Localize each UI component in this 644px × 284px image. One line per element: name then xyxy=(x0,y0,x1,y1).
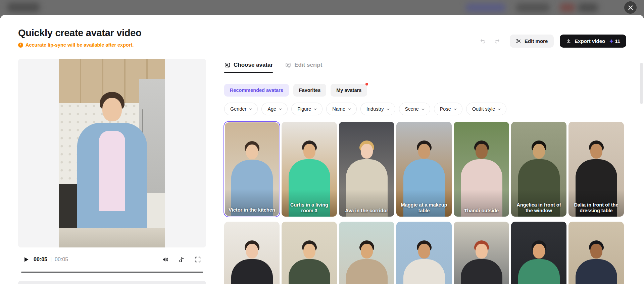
avatar-card[interactable]: Thandi outside xyxy=(454,122,509,217)
avatar-card-label: Curtis in a living room 3 xyxy=(282,202,337,214)
filter-label: Scene xyxy=(405,106,419,112)
filter-dropdown[interactable]: Gender xyxy=(224,103,258,115)
pill-recommended-avatars[interactable]: Recommended avatars xyxy=(224,84,289,97)
export-video-button[interactable]: Export video 11 xyxy=(560,35,626,48)
filter-label: Outfit style xyxy=(472,106,495,112)
avatar-figure-tshirt xyxy=(99,131,125,211)
app-logo xyxy=(7,3,40,12)
scissors-icon xyxy=(516,38,522,44)
background-button-blur-1 xyxy=(466,3,505,12)
chevron-down-icon xyxy=(421,107,425,111)
avatar-thumbnail xyxy=(339,222,394,284)
avatar-card[interactable] xyxy=(511,222,566,284)
play-button[interactable] xyxy=(21,255,31,264)
video-preview-panel xyxy=(18,59,206,247)
pill-recommended-label: Recommended avatars xyxy=(230,88,283,93)
tab-choose-avatar-label: Choose avatar xyxy=(234,62,273,68)
avatar-person-head xyxy=(590,144,602,159)
avatar-person-body xyxy=(403,259,445,284)
avatar-person-body xyxy=(346,259,388,284)
edit-more-button[interactable]: Edit more xyxy=(510,35,554,48)
chevron-down-icon xyxy=(248,107,253,111)
filter-label: Age xyxy=(267,106,276,112)
avatar-thumbnail xyxy=(224,222,280,284)
timeline-stub xyxy=(18,281,206,284)
chevron-down-icon xyxy=(278,107,283,111)
avatar-card[interactable] xyxy=(396,222,452,284)
avatar-card[interactable]: Dalia in front of the dressing table xyxy=(568,122,624,217)
avatar-person-head xyxy=(246,145,258,159)
avatar-card[interactable]: Maggie at a makeup table xyxy=(396,122,452,217)
avatar-thumbnail xyxy=(396,222,452,284)
fullscreen-icon xyxy=(194,256,201,263)
header-actions: Edit more Export video 11 xyxy=(479,35,626,48)
avatar-card[interactable]: Victor in the kitchen xyxy=(224,122,280,217)
filter-label: Pose xyxy=(440,106,451,112)
mode-tabs: Choose avatar Edit script xyxy=(224,62,322,73)
avatar-card[interactable] xyxy=(224,222,280,284)
pill-my-avatars[interactable]: My avatars xyxy=(331,84,367,97)
filter-label: Figure xyxy=(297,106,311,112)
background-button-blur-4 xyxy=(578,3,598,12)
time-display: 00:05 | 00:05 xyxy=(34,257,68,263)
avatar-thumbnail xyxy=(282,222,337,284)
chevron-down-icon xyxy=(386,107,390,111)
filter-dropdown[interactable]: Age xyxy=(261,103,288,115)
avatar-person-head xyxy=(590,244,602,259)
volume-button[interactable] xyxy=(162,256,169,263)
close-button[interactable] xyxy=(624,1,637,14)
avatar-person-head xyxy=(476,144,488,159)
volume-icon xyxy=(162,256,169,263)
notification-dot xyxy=(365,83,368,86)
redo-button[interactable] xyxy=(493,37,501,45)
avatar-category-pills: Recommended avatars Favorites My avatars xyxy=(224,84,367,97)
avatar-person-head xyxy=(476,244,488,259)
time-separator: | xyxy=(50,257,52,263)
video-preview[interactable] xyxy=(59,59,165,247)
tab-edit-script[interactable]: Edit script xyxy=(285,62,322,73)
avatar-card[interactable] xyxy=(568,222,624,284)
chevron-down-icon xyxy=(347,107,352,111)
filter-dropdown[interactable]: Industry xyxy=(360,103,395,115)
pill-favorites[interactable]: Favorites xyxy=(293,84,326,97)
filter-dropdown[interactable]: Outfit style xyxy=(466,103,507,115)
tab-choose-avatar[interactable]: Choose avatar xyxy=(224,62,273,73)
chevron-down-icon xyxy=(453,107,457,111)
avatar-card[interactable]: Angelica in front of the window xyxy=(511,122,566,217)
filter-dropdown[interactable]: Name xyxy=(326,103,357,115)
edit-more-label: Edit more xyxy=(525,38,548,44)
total-time: 00:05 xyxy=(55,257,68,263)
credit-cost: 11 xyxy=(609,38,620,44)
avatar-person-head xyxy=(418,144,430,159)
filter-dropdown[interactable]: Figure xyxy=(291,103,323,115)
avatar-grid: Victor in the kitchen Curtis in a living… xyxy=(224,122,626,284)
avatar-card[interactable]: Ava in the corridor xyxy=(339,122,394,217)
spark-icon xyxy=(609,39,614,44)
download-icon xyxy=(566,38,572,44)
playback-progress-bar[interactable] xyxy=(21,272,203,273)
background-button-blur-3 xyxy=(560,3,575,12)
avatar-person-body xyxy=(518,259,560,284)
fullscreen-button[interactable] xyxy=(194,256,201,263)
tiktok-note-button[interactable] xyxy=(178,256,185,263)
avatar-person-head xyxy=(533,244,545,259)
avatar-person-head xyxy=(303,244,315,259)
filter-dropdown[interactable]: Pose xyxy=(434,103,462,115)
undo-button[interactable] xyxy=(479,37,487,45)
avatar-card[interactable]: Curtis in a living room 3 xyxy=(282,122,337,217)
redo-icon xyxy=(494,38,500,45)
current-time: 00:05 xyxy=(34,257,47,263)
avatar-card[interactable] xyxy=(339,222,394,284)
scrollbar-thumb[interactable] xyxy=(640,63,643,104)
filter-dropdown[interactable]: Scene xyxy=(399,103,430,115)
player-right-controls xyxy=(162,256,201,263)
background-button-blur-2 xyxy=(516,3,550,12)
avatar-card[interactable] xyxy=(454,222,509,284)
avatar-person-head xyxy=(246,244,258,259)
lipsync-notice: ! Accurate lip-sync will be available af… xyxy=(18,42,134,48)
avatar-card-label: Ava in the corridor xyxy=(339,208,394,214)
avatar-card-icon xyxy=(224,62,231,68)
page-title: Quickly create avatar video xyxy=(18,27,142,39)
avatar-card[interactable] xyxy=(282,222,337,284)
export-video-label: Export video xyxy=(575,38,605,44)
